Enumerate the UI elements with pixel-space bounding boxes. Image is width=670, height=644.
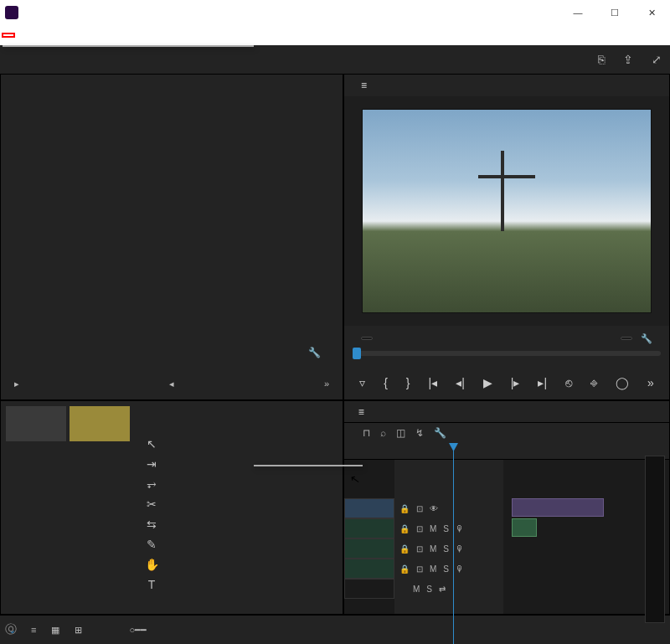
fit-select[interactable] [361, 337, 373, 340]
program-scrubber[interactable] [353, 351, 661, 356]
track-header-a3[interactable] [344, 559, 394, 579]
eff-add-marker-icon[interactable]: ▸ [9, 379, 24, 389]
minimize-button[interactable]: — [559, 0, 596, 25]
tool-column: ↖ ⇥ ⥅ ✂ ⇆ ✎ ✋ T [139, 430, 164, 591]
step-back-icon[interactable]: ◂| [456, 376, 465, 389]
extract-icon[interactable]: ⎆ [590, 376, 597, 389]
workspace-header: ⎘ ⇪ ⤢ [0, 45, 670, 74]
track-header-a1[interactable] [344, 518, 394, 538]
eff-more-icon[interactable]: » [319, 379, 334, 389]
project-panel [0, 400, 343, 615]
menu-file[interactable] [2, 33, 15, 38]
go-out-icon[interactable]: ▸| [538, 376, 547, 389]
bottom-toolbar: ⌄ ≡ ▦ ⊞ ○━━ [0, 615, 670, 644]
pen-icon[interactable]: ✎ [147, 538, 157, 551]
selection-tool-icon[interactable]: ↖ [147, 437, 157, 451]
icon-view-icon[interactable]: ▦ [51, 625, 59, 636]
ripple-edit-icon[interactable]: ⥅ [147, 477, 157, 491]
slip-icon[interactable]: ⇆ [147, 518, 157, 531]
fullscreen-icon[interactable]: ⤢ [652, 53, 662, 66]
panel-menu-icon[interactable]: ≡ [361, 80, 367, 91]
marker-span-icon[interactable]: ◫ [396, 427, 405, 439]
hand-icon[interactable]: ✋ [145, 558, 159, 571]
marker-icon[interactable]: ▿ [359, 376, 365, 389]
wrench-icon[interactable]: 🔧 [434, 427, 446, 439]
menu-graphics[interactable] [69, 33, 82, 38]
creative-cloud-icon[interactable]: ⓞ [5, 622, 17, 637]
linked-icon[interactable]: ⌕ [380, 427, 386, 439]
export-frame-icon[interactable]: ◯ [616, 376, 629, 389]
titlebar: — ☐ ✕ [0, 0, 670, 25]
cursor-icon: ↖ [349, 471, 362, 487]
program-monitor-panel: ≡ 🔧 ▿ { } |◂ [343, 74, 670, 400]
bin-item[interactable] [6, 406, 66, 441]
menu-help[interactable] [109, 33, 122, 38]
menu-sequence[interactable] [42, 33, 55, 38]
track-header-mix[interactable] [344, 579, 394, 599]
menu-markers[interactable] [55, 33, 69, 38]
track-select-icon[interactable]: ⇥ [147, 457, 157, 471]
project-settings-submenu [254, 465, 363, 466]
lift-icon[interactable]: ⎋ [565, 376, 572, 389]
effect-controls-panel: 🔧 ▸ ◂ » [0, 74, 343, 400]
go-in-icon[interactable]: |◂ [429, 376, 438, 389]
freeform-view-icon[interactable]: ⊞ [75, 625, 82, 636]
menu-window[interactable] [95, 33, 109, 38]
out-point-icon[interactable]: } [406, 376, 410, 389]
zoom-slider-icon[interactable]: ○━━ [129, 625, 147, 636]
audio-meter [645, 456, 665, 623]
menu-edit[interactable] [15, 33, 28, 38]
timeline-ruler[interactable] [344, 443, 669, 460]
eff-step-back-icon[interactable]: ◂ [164, 379, 179, 389]
settings-icon[interactable]: ↯ [415, 427, 424, 439]
file-menu-dropdown [3, 45, 254, 47]
maximize-button[interactable]: ☐ [596, 0, 633, 25]
menu-clip[interactable] [28, 33, 42, 38]
play-icon[interactable]: ▶ [483, 376, 492, 389]
list-view-icon[interactable]: ≡ [31, 625, 36, 635]
video-clip[interactable] [512, 498, 604, 517]
snap-icon[interactable]: ⊓ [363, 427, 370, 439]
timeline-panel: ≡ ⊓ ⌕ ◫ ↯ 🔧 [343, 400, 670, 615]
type-icon[interactable]: T [148, 578, 156, 591]
menu-view[interactable] [82, 33, 95, 38]
full-select[interactable] [621, 337, 632, 340]
track-header-v1[interactable] [344, 498, 394, 518]
more-icon[interactable]: » [647, 376, 654, 389]
in-point-icon[interactable]: { [384, 376, 388, 389]
workspace: ⎘ ⇪ ⤢ 🔧 ▸ ◂ » [0, 45, 670, 644]
track-header-a2[interactable] [344, 538, 394, 559]
wrench-icon[interactable]: 🔧 [308, 347, 321, 358]
bin-item[interactable] [70, 406, 130, 441]
app-icon [5, 6, 18, 19]
quick-export-icon[interactable]: ⎘ [598, 53, 605, 66]
wrench-icon[interactable]: 🔧 [641, 333, 652, 344]
app-window: — ☐ ✕ ⎘ ⇪ ⤢ 🔧 [0, 0, 670, 644]
share-icon[interactable]: ⇪ [623, 53, 633, 66]
step-forward-icon[interactable]: |▸ [511, 376, 520, 389]
program-video[interactable] [362, 109, 652, 313]
close-button[interactable]: ✕ [633, 0, 670, 25]
audio-clip[interactable] [512, 518, 537, 537]
razor-icon[interactable]: ✂ [147, 497, 157, 511]
menubar [0, 25, 670, 45]
playhead[interactable] [453, 443, 454, 644]
